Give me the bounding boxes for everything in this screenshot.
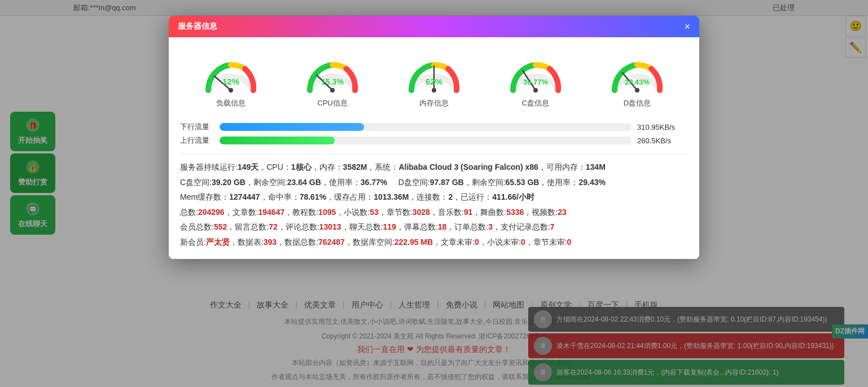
- svg-point-13: [432, 88, 436, 93]
- svg-point-16: [533, 88, 538, 93]
- gauge-load: 12% 负载信息: [200, 51, 262, 108]
- modal-title: 服务器信息: [178, 21, 217, 32]
- svg-text:62%: 62%: [426, 77, 442, 86]
- download-bar-wrap: [220, 123, 632, 131]
- modal-overlay: 服务器信息 ×: [0, 0, 868, 387]
- download-bar: [220, 123, 364, 131]
- info-section: 服务器持续运行:149天，CPU：1核心，内存：3582M，系统：Alibaba…: [180, 153, 688, 250]
- gauge-ddisk-svg: 29.43%: [606, 51, 668, 96]
- download-line: 下行流量 310.95KB/s: [180, 122, 688, 132]
- upload-line: 上行流量 260.5KB/s: [180, 135, 688, 146]
- svg-text:15.3%: 15.3%: [321, 77, 344, 86]
- server-info-modal: 服务器信息 ×: [169, 16, 699, 259]
- upload-bar: [220, 137, 335, 144]
- modal-close-button[interactable]: ×: [684, 21, 690, 32]
- upload-bar-wrap: [220, 137, 632, 144]
- gauge-load-svg: 12%: [200, 51, 262, 96]
- upload-speed: 260.5KB/s: [637, 137, 688, 145]
- gauge-mem-label: 内存信息: [419, 98, 449, 108]
- svg-text:36.77%: 36.77%: [523, 78, 549, 86]
- background-page: 邮箱:***in@qq.com 已处理 🎁 开始抽奖 💰 赞助打赏 💬 在线聊天…: [0, 0, 868, 387]
- modal-header: 服务器信息 ×: [169, 16, 699, 37]
- info-line-4: 会员总数:552，留言总数:72，评论总数:13013，聊天总数:119，弹幕总…: [180, 219, 688, 235]
- gauge-mem-svg: 62%: [403, 51, 465, 96]
- svg-text:12%: 12%: [222, 77, 239, 86]
- download-speed: 310.95KB/s: [637, 123, 688, 131]
- info-line-3: 总数:204296，文章数:194647，教程数:1095，小说数:53，章节数…: [180, 205, 688, 220]
- svg-text:29.43%: 29.43%: [625, 78, 650, 86]
- gauge-ddisk-label: D盘信息: [624, 98, 651, 108]
- gauge-cpu: 15.3% CPU信息: [301, 51, 363, 108]
- svg-point-10: [330, 88, 335, 93]
- network-row: 下行流量 310.95KB/s 上行流量 260.5KB/s: [180, 122, 688, 146]
- upload-label: 上行流量: [180, 135, 214, 146]
- gauge-cpu-svg: 15.3%: [301, 51, 363, 96]
- svg-point-19: [635, 88, 639, 93]
- svg-point-7: [229, 88, 233, 93]
- download-label: 下行流量: [180, 122, 214, 132]
- gauge-cpu-label: CPU信息: [317, 98, 347, 108]
- gauge-cdisk: 36.77% C盘信息: [505, 51, 567, 108]
- info-line-2: Mem缓存数：1274447，命中率：78.61%，缓存占用：1013.36M，…: [180, 190, 688, 205]
- gauge-mem: 62% 内存信息: [403, 51, 465, 108]
- gauge-ddisk: 29.43% D盘信息: [606, 51, 668, 108]
- gauges-row: 12% 负载信息: [180, 46, 688, 113]
- gauge-cdisk-svg: 36.77%: [505, 51, 567, 96]
- info-line-5: 新会员:严太贤，数据表:393，数据总数:762487，数据库空间:222.95…: [180, 235, 688, 250]
- modal-body: 12% 负载信息: [169, 37, 699, 259]
- info-line-1: C盘空间:39.20 GB，剩余空间:23.64 GB，使用率：36.77% D…: [180, 175, 688, 190]
- gauge-load-label: 负载信息: [216, 98, 246, 108]
- info-line-0: 服务器持续运行:149天，CPU：1核心，内存：3582M，系统：Alibaba…: [180, 160, 688, 175]
- gauge-cdisk-label: C盘信息: [522, 98, 549, 108]
